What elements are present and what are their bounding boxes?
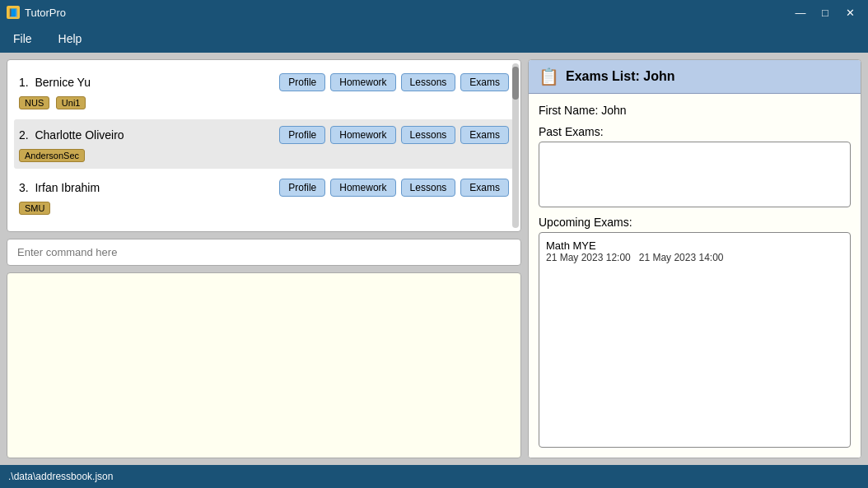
exams-title: Exams List: John: [566, 69, 674, 84]
student-tags-1: NUS Uni1: [19, 95, 509, 109]
exams-header: 📋 Exams List: John: [529, 60, 861, 94]
student-3-tag-smu: SMU: [19, 202, 50, 215]
student-3-profile-button[interactable]: Profile: [279, 179, 325, 197]
upcoming-exams-box: Math MYE 21 May 2023 12:00 21 May 2023 1…: [539, 232, 851, 448]
right-panel: 📋 Exams List: John First Name: John Past…: [528, 59, 861, 458]
title-bar-controls: — □ ✕: [789, 3, 861, 21]
upcoming-exams-label: Upcoming Exams:: [539, 216, 851, 229]
student-2-tag-andersonsec: AndersonSec: [19, 149, 85, 162]
output-area: [7, 272, 521, 458]
student-1-exams-button[interactable]: Exams: [460, 73, 509, 91]
left-panel: 1. Bernice Yu Profile Homework Lessons E…: [7, 59, 521, 458]
student-item-2: 2. Charlotte Oliveiro Profile Homework L…: [14, 119, 514, 169]
student-buttons-2: Profile Homework Lessons Exams: [279, 126, 509, 144]
student-buttons-3: Profile Homework Lessons Exams: [279, 179, 509, 197]
title-bar: 📘 TutorPro — □ ✕: [0, 0, 868, 25]
past-exams-section: Past Exams:: [539, 125, 851, 207]
student-3-exams-button[interactable]: Exams: [460, 179, 509, 197]
title-bar-left: 📘 TutorPro: [7, 6, 66, 19]
student-2-homework-button[interactable]: Homework: [330, 126, 395, 144]
student-tags-3: SMU: [19, 200, 509, 215]
student-2-lessons-button[interactable]: Lessons: [401, 126, 456, 144]
past-exams-box: [539, 142, 851, 207]
upcoming-exams-section: Upcoming Exams: Math MYE 21 May 2023 12:…: [539, 216, 851, 448]
student-name-1: 1. Bernice Yu: [19, 76, 91, 89]
scroll-indicator[interactable]: [512, 63, 519, 228]
student-2-exams-button[interactable]: Exams: [460, 126, 509, 144]
student-1-lessons-button[interactable]: Lessons: [401, 73, 456, 91]
exam-entry-1: Math MYE 21 May 2023 12:00 21 May 2023 1…: [546, 239, 843, 263]
student-3-lessons-button[interactable]: Lessons: [401, 179, 456, 197]
status-path: .\data\addressbook.json: [8, 471, 113, 482]
student-name-3: 3. Irfan Ibrahim: [19, 181, 100, 194]
student-name-2: 2. Charlotte Oliveiro: [19, 128, 124, 142]
menu-file[interactable]: File: [7, 29, 39, 49]
app-icon: 📘: [7, 6, 20, 19]
student-1-tag-uni1: Uni1: [56, 96, 86, 109]
student-list: 1. Bernice Yu Profile Homework Lessons E…: [7, 59, 521, 232]
student-tags-2: AndersonSec: [19, 147, 509, 162]
student-1-profile-button[interactable]: Profile: [279, 73, 325, 91]
exam-times-1: 21 May 2023 12:00 21 May 2023 14:00: [546, 252, 843, 263]
main-content: 1. Bernice Yu Profile Homework Lessons E…: [0, 53, 868, 465]
maximize-button[interactable]: □: [814, 3, 837, 21]
student-3-homework-button[interactable]: Homework: [330, 179, 395, 197]
exams-icon: 📋: [539, 67, 559, 86]
student-2-profile-button[interactable]: Profile: [279, 126, 325, 144]
app-title: TutorPro: [25, 7, 66, 19]
student-item-1: 1. Bernice Yu Profile Homework Lessons E…: [14, 67, 514, 116]
command-input[interactable]: [7, 239, 521, 266]
scroll-thumb: [512, 67, 519, 100]
student-1-tag-nus: NUS: [19, 96, 49, 109]
student-buttons-1: Profile Homework Lessons Exams: [279, 73, 509, 91]
menu-bar: File Help: [0, 25, 868, 53]
student-1-homework-button[interactable]: Homework: [330, 73, 395, 91]
menu-help[interactable]: Help: [52, 29, 89, 49]
student-header-3: 3. Irfan Ibrahim Profile Homework Lesson…: [19, 179, 509, 197]
student-header-1: 1. Bernice Yu Profile Homework Lessons E…: [19, 73, 509, 91]
exams-body: First Name: John Past Exams: Upcoming Ex…: [529, 94, 861, 458]
status-bar: .\data\addressbook.json: [0, 465, 868, 488]
student-header-2: 2. Charlotte Oliveiro Profile Homework L…: [19, 126, 509, 144]
minimize-button[interactable]: —: [789, 3, 812, 21]
student-item-3: 3. Irfan Ibrahim Profile Homework Lesson…: [14, 172, 514, 221]
close-button[interactable]: ✕: [838, 3, 861, 21]
past-exams-label: Past Exams:: [539, 125, 851, 138]
exam-name-1: Math MYE: [546, 239, 843, 252]
exams-first-name: First Name: John: [539, 104, 851, 117]
